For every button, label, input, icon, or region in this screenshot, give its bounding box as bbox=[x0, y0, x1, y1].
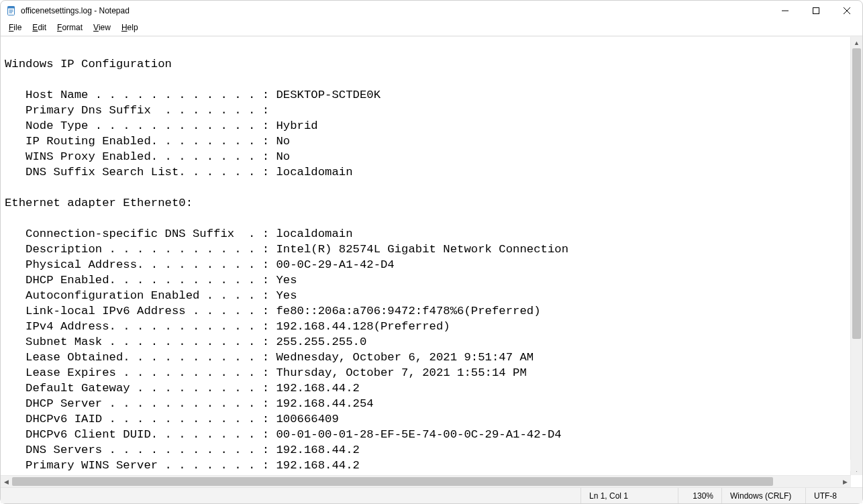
status-cursor-position: Ln 1, Col 1 bbox=[580, 488, 678, 503]
document-text[interactable]: Windows IP Configuration Host Name . . .… bbox=[5, 41, 850, 475]
hscroll-thumb[interactable] bbox=[12, 477, 773, 486]
scroll-right-arrow-icon[interactable]: ▶ bbox=[840, 476, 851, 487]
close-button[interactable] bbox=[831, 1, 862, 21]
menu-view[interactable]: View bbox=[88, 22, 116, 33]
text-editor[interactable]: Windows IP Configuration Host Name . . .… bbox=[1, 37, 850, 475]
menubar: File Edit Format View Help bbox=[1, 21, 862, 36]
maximize-button[interactable] bbox=[801, 1, 831, 21]
svg-rect-6 bbox=[813, 8, 819, 14]
window-controls bbox=[770, 1, 862, 21]
notepad-window: officenetsettings.log - Notepad File Edi… bbox=[0, 0, 863, 504]
minimize-button[interactable] bbox=[770, 1, 801, 21]
menu-file[interactable]: File bbox=[3, 22, 27, 33]
scroll-corner bbox=[850, 460, 862, 471]
status-line-ending: Windows (CRLF) bbox=[721, 488, 805, 503]
scroll-left-arrow-icon[interactable]: ◀ bbox=[1, 476, 12, 487]
content-area: Windows IP Configuration Host Name . . .… bbox=[1, 36, 862, 475]
vertical-scrollbar[interactable]: ▲ ▼ bbox=[850, 37, 862, 475]
hscroll-track[interactable] bbox=[12, 476, 840, 487]
horizontal-scrollbar[interactable]: ◀ ▶ bbox=[1, 475, 851, 487]
menu-format[interactable]: Format bbox=[52, 22, 88, 33]
status-encoding: UTF-8 bbox=[805, 488, 862, 503]
menu-help[interactable]: Help bbox=[116, 22, 144, 33]
titlebar: officenetsettings.log - Notepad bbox=[1, 1, 862, 21]
vscroll-thumb[interactable] bbox=[852, 48, 861, 339]
scroll-up-arrow-icon[interactable]: ▲ bbox=[851, 37, 862, 48]
vscroll-track[interactable] bbox=[851, 48, 862, 464]
statusbar: Ln 1, Col 1 130% Windows (CRLF) UTF-8 bbox=[1, 487, 862, 503]
menu-edit[interactable]: Edit bbox=[27, 22, 52, 33]
svg-rect-1 bbox=[8, 7, 15, 9]
status-zoom: 130% bbox=[678, 488, 721, 503]
window-title: officenetsettings.log - Notepad bbox=[21, 6, 130, 15]
notepad-icon bbox=[6, 5, 17, 16]
